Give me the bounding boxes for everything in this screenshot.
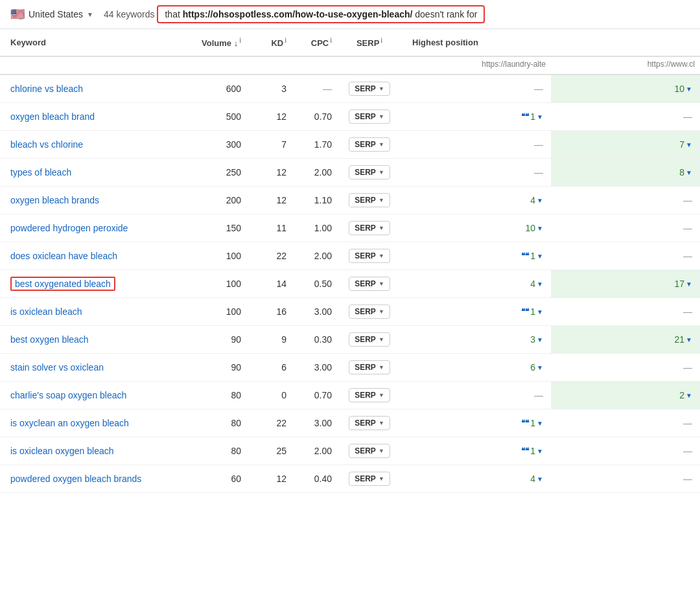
- table-row: powdered hydrogen peroxide150111.00SERP …: [0, 214, 700, 242]
- keyword-link[interactable]: oxygen bleach brands: [10, 195, 99, 205]
- kd-cell: 16: [246, 298, 292, 326]
- serp-button[interactable]: SERP ▼: [349, 82, 390, 96]
- position-col1-cell: ❝❝1▼: [402, 298, 551, 326]
- serp-cell[interactable]: SERP ▼: [337, 326, 402, 354]
- serp-button[interactable]: SERP ▼: [349, 165, 390, 179]
- volume-cell: 500: [181, 103, 246, 131]
- url-prefix-text: that: [165, 9, 182, 19]
- position-value: 4: [530, 195, 535, 205]
- position-col1-cell: 10▼: [402, 214, 551, 242]
- keyword-link[interactable]: bleach vs chlorine: [10, 139, 83, 150]
- position-col2-cell: —: [551, 214, 700, 242]
- position-value: 2: [679, 390, 684, 400]
- cpc-cell: 0.70: [292, 103, 337, 131]
- serp-button[interactable]: SERP ▼: [349, 221, 390, 235]
- keyword-link[interactable]: types of bleach: [10, 167, 71, 178]
- position-value: 1: [530, 111, 535, 122]
- keyword-link[interactable]: is oxyclean an oxygen bleach: [10, 418, 129, 428]
- keyword-link[interactable]: powdered hydrogen peroxide: [10, 223, 128, 233]
- table-row: charlie's soap oxygen bleach8000.70SERP …: [0, 382, 700, 409]
- volume-cell: 150: [181, 214, 246, 242]
- kd-cell: 0: [246, 382, 292, 409]
- position-value: 4: [530, 474, 535, 484]
- keyword-link[interactable]: oxygen bleach brand: [10, 111, 95, 122]
- position-col1-cell: 4▼: [402, 465, 551, 493]
- keyword-link[interactable]: best oxygenated bleach: [15, 279, 111, 289]
- serp-button[interactable]: SERP ▼: [349, 277, 390, 291]
- position-col1-cell: —: [402, 382, 551, 409]
- serp-cell[interactable]: SERP ▼: [337, 354, 402, 382]
- position-col1-cell: —: [402, 75, 551, 103]
- serp-cell[interactable]: SERP ▼: [337, 270, 402, 298]
- serp-cell[interactable]: SERP ▼: [337, 131, 402, 159]
- keyword-link[interactable]: powdered oxygen bleach brands: [10, 474, 141, 484]
- serp-cell[interactable]: SERP ▼: [337, 103, 402, 131]
- subheader-url1: https://laundry-alte: [402, 56, 551, 75]
- serp-cell[interactable]: SERP ▼: [337, 382, 402, 409]
- volume-cell: 80: [181, 409, 246, 437]
- quote-icon: ❝❝: [521, 446, 529, 455]
- kd-cell: 12: [246, 159, 292, 187]
- serp-cell[interactable]: SERP ▼: [337, 214, 402, 242]
- volume-cell: 80: [181, 382, 246, 409]
- keyword-cell: oxygen bleach brand: [0, 103, 181, 131]
- cpc-cell: 2.00: [292, 437, 337, 465]
- volume-cell: 250: [181, 159, 246, 187]
- position-value: 6: [530, 362, 535, 373]
- keyword-cell: oxygen bleach brands: [0, 187, 181, 214]
- keyword-link[interactable]: is oxiclean oxygen bleach: [10, 446, 114, 456]
- cpc-cell: —: [292, 75, 337, 103]
- serp-button[interactable]: SERP ▼: [349, 193, 390, 207]
- keyword-link[interactable]: charlie's soap oxygen bleach: [10, 390, 126, 400]
- quote-icon: ❝❝: [521, 251, 529, 260]
- keyword-link[interactable]: chlorine vs bleach: [10, 84, 83, 94]
- position-arrow-icon: ▼: [537, 364, 543, 371]
- keyword-link[interactable]: best oxygen bleach: [10, 334, 89, 345]
- keyword-cell: stain solver vs oxiclean: [0, 354, 181, 382]
- serp-button[interactable]: SERP ▼: [349, 416, 390, 430]
- table-row: stain solver vs oxiclean9063.00SERP ▼6▼—: [0, 354, 700, 382]
- position-value: 1: [530, 446, 535, 456]
- serp-cell[interactable]: SERP ▼: [337, 242, 402, 270]
- keyword-link[interactable]: stain solver vs oxiclean: [10, 362, 104, 373]
- serp-button[interactable]: SERP ▼: [349, 137, 390, 152]
- position-value: 4: [530, 279, 535, 289]
- table-row: bleach vs chlorine30071.70SERP ▼—7▼: [0, 131, 700, 159]
- position-arrow-icon: ▼: [686, 141, 692, 148]
- kd-cell: 11: [246, 214, 292, 242]
- position-col2-cell: —: [551, 103, 700, 131]
- cpc-cell: 1.70: [292, 131, 337, 159]
- serp-cell[interactable]: SERP ▼: [337, 159, 402, 187]
- position-value: 8: [679, 167, 684, 178]
- position-value: 1: [530, 418, 535, 428]
- serp-button[interactable]: SERP ▼: [349, 444, 390, 458]
- keyword-cell: powdered oxygen bleach brands: [0, 465, 181, 493]
- kd-cell: 14: [246, 270, 292, 298]
- serp-button[interactable]: SERP ▼: [349, 360, 390, 374]
- serp-cell[interactable]: SERP ▼: [337, 465, 402, 493]
- position-col1-cell: ❝❝1▼: [402, 437, 551, 465]
- cpc-cell: 0.50: [292, 270, 337, 298]
- volume-cell: 100: [181, 270, 246, 298]
- position-col2-cell: 8▼: [551, 159, 700, 187]
- serp-cell[interactable]: SERP ▼: [337, 409, 402, 437]
- serp-button[interactable]: SERP ▼: [349, 472, 390, 486]
- keyword-link[interactable]: is oxiclean bleach: [10, 306, 82, 317]
- serp-cell[interactable]: SERP ▼: [337, 75, 402, 103]
- serp-button[interactable]: SERP ▼: [349, 249, 390, 263]
- serp-cell[interactable]: SERP ▼: [337, 187, 402, 214]
- serp-button[interactable]: SERP ▼: [349, 304, 390, 319]
- serp-cell[interactable]: SERP ▼: [337, 298, 402, 326]
- serp-cell[interactable]: SERP ▼: [337, 437, 402, 465]
- serp-button[interactable]: SERP ▼: [349, 332, 390, 347]
- url-filter-badge: that https://ohsospotless.com/how-to-use…: [157, 5, 485, 23]
- serp-button[interactable]: SERP ▼: [349, 109, 390, 124]
- position-col1-cell: 3▼: [402, 326, 551, 354]
- serp-button[interactable]: SERP ▼: [349, 388, 390, 402]
- keyword-link[interactable]: does oxiclean have bleach: [10, 251, 117, 261]
- position-col1-cell: 4▼: [402, 187, 551, 214]
- country-label: United States: [29, 9, 83, 19]
- col-header-cpc: CPCi: [292, 29, 337, 56]
- country-selector[interactable]: 🇺🇸 United States ▼: [10, 7, 93, 21]
- position-value: 17: [675, 279, 685, 289]
